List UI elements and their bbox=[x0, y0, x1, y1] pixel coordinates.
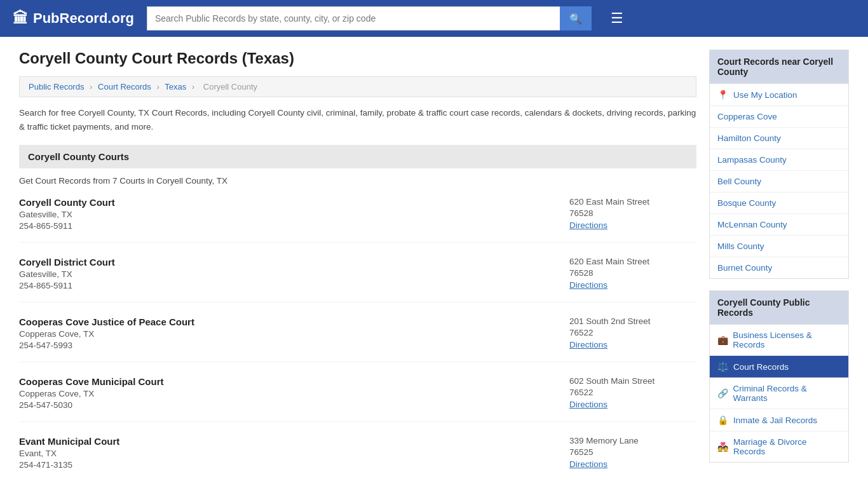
public-record-item[interactable]: 🔒 Inmate & Jail Records bbox=[710, 409, 848, 431]
court-info: Coryell District Court Gatesville, TX 25… bbox=[19, 257, 557, 290]
main-container: Coryell County Court Records (Texas) Pub… bbox=[0, 37, 868, 488]
nearby-location-link[interactable]: Bosque County bbox=[717, 198, 776, 208]
public-records-title: Coryell County Public Records bbox=[710, 291, 848, 325]
nearby-location-link[interactable]: Bell County bbox=[717, 177, 761, 186]
court-street: 602 South Main Street bbox=[569, 376, 696, 386]
court-name: Evant Municipal Court bbox=[19, 436, 557, 447]
court-zip: 76525 bbox=[569, 447, 696, 457]
court-street: 620 East Main Street bbox=[569, 197, 696, 207]
court-name: Coryell District Court bbox=[19, 257, 557, 268]
public-record-item[interactable]: 💼 Business Licenses & Records bbox=[710, 325, 848, 356]
directions-link[interactable]: Directions bbox=[569, 340, 607, 349]
court-address: 201 South 2nd Street 76522 Directions bbox=[569, 316, 696, 350]
breadcrumb-texas[interactable]: Texas bbox=[165, 82, 186, 92]
directions-link[interactable]: Directions bbox=[569, 280, 607, 290]
nearby-location-item[interactable]: Lampasas County bbox=[710, 149, 848, 171]
court-entry: Cooperas Cove Municipal Court Copperas C… bbox=[19, 376, 696, 422]
nearby-location-item[interactable]: McLennan County bbox=[710, 214, 848, 236]
court-city: Copperas Cove, TX bbox=[19, 329, 557, 339]
search-input[interactable] bbox=[147, 6, 560, 30]
nearby-location-link[interactable]: Hamilton County bbox=[717, 133, 781, 143]
court-zip: 76528 bbox=[569, 268, 696, 278]
court-address: 602 South Main Street 76522 Directions bbox=[569, 376, 696, 410]
court-phone: 254-865-5911 bbox=[19, 221, 557, 231]
nearby-location-link[interactable]: Burnet County bbox=[717, 263, 772, 273]
court-zip: 76522 bbox=[569, 328, 696, 337]
court-street: 620 East Main Street bbox=[569, 257, 696, 266]
public-record-item[interactable]: ⚖️ Court Records bbox=[710, 356, 848, 378]
record-icon: 🔒 bbox=[717, 415, 728, 425]
directions-link[interactable]: Directions bbox=[569, 459, 607, 469]
court-city: Evant, TX bbox=[19, 449, 557, 458]
record-icon: 💑 bbox=[717, 442, 728, 452]
nearby-title: Court Records near Coryell County bbox=[710, 50, 848, 84]
nearby-locations-list: Copperas CoveHamilton CountyLampasas Cou… bbox=[710, 106, 848, 278]
nearby-location-link[interactable]: Lampasas County bbox=[717, 155, 787, 165]
public-records-section: Coryell County Public Records 💼 Business… bbox=[709, 290, 849, 463]
site-logo[interactable]: 🏛 PubRecord.org bbox=[13, 10, 134, 27]
public-record-item[interactable]: 🔗 Criminal Records & Warrants bbox=[710, 378, 848, 409]
public-record-link[interactable]: Inmate & Jail Records bbox=[733, 416, 817, 425]
courts-section-header: Coryell County Courts bbox=[19, 145, 696, 168]
page-description: Search for free Coryell County, TX Court… bbox=[19, 106, 696, 133]
court-zip: 76528 bbox=[569, 208, 696, 218]
nearby-location-link[interactable]: Copperas Cove bbox=[717, 112, 777, 121]
breadcrumb-county: Coryell County bbox=[203, 82, 257, 92]
nearby-location-link[interactable]: Mills County bbox=[717, 241, 764, 251]
public-record-item[interactable]: 💑 Marriage & Divorce Records bbox=[710, 431, 848, 462]
public-record-link[interactable]: Criminal Records & Warrants bbox=[733, 384, 841, 403]
court-address: 620 East Main Street 76528 Directions bbox=[569, 197, 696, 231]
court-name: Coryell County Court bbox=[19, 197, 557, 208]
court-city: Gatesville, TX bbox=[19, 269, 557, 279]
court-info: Coryell County Court Gatesville, TX 254-… bbox=[19, 197, 557, 231]
court-name: Cooperas Cove Municipal Court bbox=[19, 376, 557, 387]
menu-button[interactable]: ☰ bbox=[611, 10, 623, 27]
courts-list: Coryell County Court Gatesville, TX 254-… bbox=[19, 197, 696, 481]
directions-link[interactable]: Directions bbox=[569, 220, 607, 230]
court-info: Evant Municipal Court Evant, TX 254-471-… bbox=[19, 436, 557, 470]
use-location-link[interactable]: Use My Location bbox=[733, 90, 797, 100]
site-header: 🏛 PubRecord.org 🔍 ☰ bbox=[0, 0, 868, 37]
breadcrumb-court-records[interactable]: Court Records bbox=[98, 82, 151, 92]
breadcrumb-public-records[interactable]: Public Records bbox=[29, 82, 84, 92]
use-my-location[interactable]: 📍 Use My Location bbox=[710, 84, 848, 106]
court-address: 620 East Main Street 76528 Directions bbox=[569, 257, 696, 290]
court-street: 339 Memory Lane bbox=[569, 436, 696, 445]
search-area: 🔍 bbox=[147, 6, 592, 30]
court-entry: Coryell County Court Gatesville, TX 254-… bbox=[19, 197, 696, 243]
nearby-location-item[interactable]: Hamilton County bbox=[710, 128, 848, 149]
nearby-location-item[interactable]: Burnet County bbox=[710, 257, 848, 278]
logo-icon: 🏛 bbox=[13, 10, 28, 27]
court-entry: Evant Municipal Court Evant, TX 254-471-… bbox=[19, 436, 696, 481]
nearby-location-link[interactable]: McLennan County bbox=[717, 220, 787, 229]
nearby-location-item[interactable]: Mills County bbox=[710, 236, 848, 257]
record-icon: ⚖️ bbox=[717, 362, 728, 372]
nearby-location-item[interactable]: Bell County bbox=[710, 171, 848, 193]
page-title: Coryell County Court Records (Texas) bbox=[19, 50, 696, 67]
public-record-link[interactable]: Court Records bbox=[733, 362, 789, 372]
search-button[interactable]: 🔍 bbox=[560, 6, 592, 30]
court-city: Copperas Cove, TX bbox=[19, 389, 557, 398]
logo-text: PubRecord.org bbox=[33, 10, 134, 27]
record-icon: 🔗 bbox=[717, 388, 728, 398]
public-records-list: 💼 Business Licenses & Records ⚖️ Court R… bbox=[710, 325, 848, 462]
court-entry: Coryell District Court Gatesville, TX 25… bbox=[19, 257, 696, 302]
courts-count: Get Court Records from 7 Courts in Corye… bbox=[19, 176, 696, 186]
court-phone: 254-471-3135 bbox=[19, 460, 557, 470]
court-phone: 254-865-5911 bbox=[19, 281, 557, 290]
public-record-link[interactable]: Marriage & Divorce Records bbox=[733, 437, 841, 456]
court-phone: 254-547-5030 bbox=[19, 400, 557, 410]
public-record-link[interactable]: Business Licenses & Records bbox=[733, 330, 841, 349]
court-info: Cooperas Cove Municipal Court Copperas C… bbox=[19, 376, 557, 410]
court-phone: 254-547-5993 bbox=[19, 341, 557, 350]
directions-link[interactable]: Directions bbox=[569, 400, 607, 409]
court-zip: 76522 bbox=[569, 388, 696, 397]
court-street: 201 South 2nd Street bbox=[569, 316, 696, 326]
nearby-location-item[interactable]: Copperas Cove bbox=[710, 106, 848, 128]
court-name: Cooperas Cove Justice of Peace Court bbox=[19, 316, 557, 327]
nearby-location-item[interactable]: Bosque County bbox=[710, 193, 848, 214]
content-area: Coryell County Court Records (Texas) Pub… bbox=[19, 50, 696, 488]
court-info: Cooperas Cove Justice of Peace Court Cop… bbox=[19, 316, 557, 350]
court-city: Gatesville, TX bbox=[19, 210, 557, 219]
court-address: 339 Memory Lane 76525 Directions bbox=[569, 436, 696, 470]
